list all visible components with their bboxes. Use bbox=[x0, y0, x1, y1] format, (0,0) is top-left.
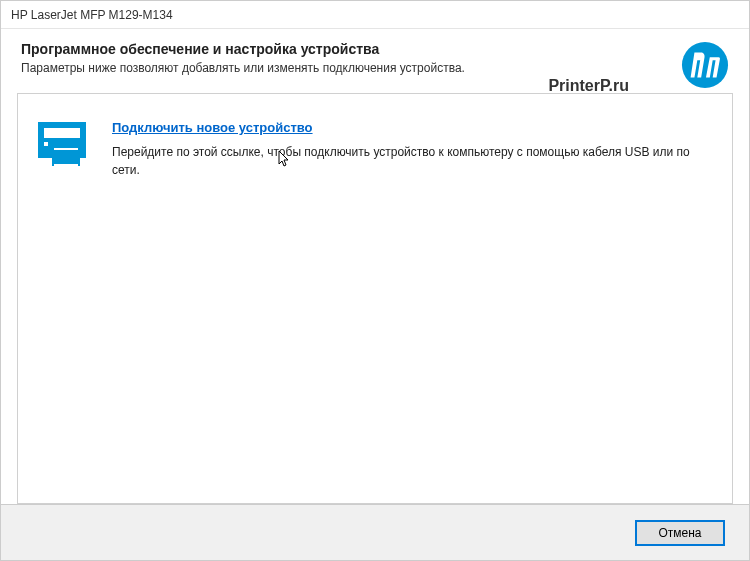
watermark-text: PrinterP.ru bbox=[548, 77, 629, 95]
svg-point-0 bbox=[682, 42, 728, 88]
hp-logo-icon bbox=[681, 41, 729, 89]
footer-bar: Отмена bbox=[1, 504, 749, 560]
window-title: HP LaserJet MFP M129-M134 bbox=[11, 8, 173, 22]
connect-description: Перейдите по этой ссылке, чтобы подключи… bbox=[112, 143, 712, 179]
titlebar: HP LaserJet MFP M129-M134 bbox=[1, 1, 749, 29]
page-title: Программное обеспечение и настройка устр… bbox=[21, 41, 729, 57]
printer-icon bbox=[38, 118, 94, 166]
cancel-button[interactable]: Отмена bbox=[635, 520, 725, 546]
device-info: Подключить новое устройство Перейдите по… bbox=[112, 118, 712, 179]
header-section: Программное обеспечение и настройка устр… bbox=[1, 29, 749, 85]
page-subtitle: Параметры ниже позволяют добавлять или и… bbox=[21, 61, 729, 75]
svg-rect-6 bbox=[54, 150, 78, 164]
content-panel: Подключить новое устройство Перейдите по… bbox=[17, 93, 733, 504]
connect-device-row: Подключить новое устройство Перейдите по… bbox=[38, 118, 712, 179]
connect-new-device-link[interactable]: Подключить новое устройство bbox=[112, 120, 313, 135]
installer-window: HP LaserJet MFP M129-M134 Программное об… bbox=[0, 0, 750, 561]
svg-rect-2 bbox=[44, 128, 80, 138]
svg-rect-7 bbox=[44, 142, 48, 146]
